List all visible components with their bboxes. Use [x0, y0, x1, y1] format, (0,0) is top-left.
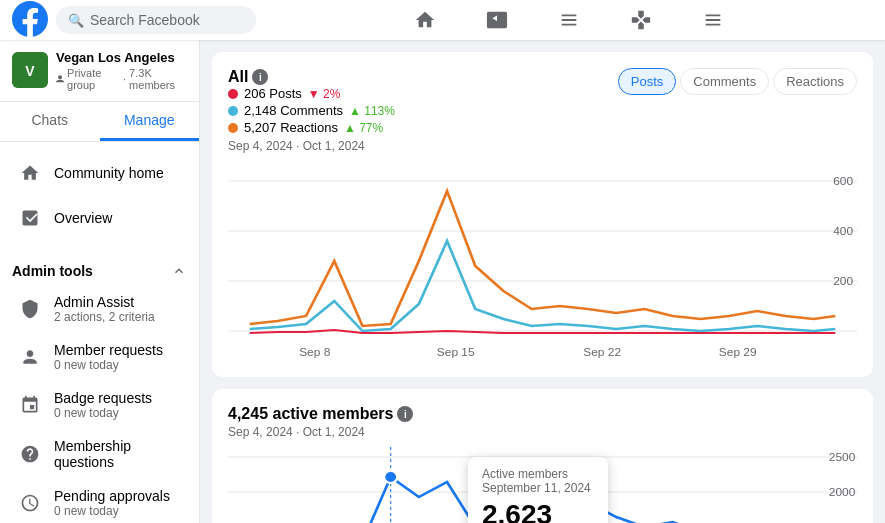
svg-text:2000: 2000 [829, 486, 856, 498]
svg-text:Sep 15: Sep 15 [437, 346, 475, 358]
nav-icons [264, 2, 873, 38]
stats-card: All i 206 Posts ▼ 2% 2,148 Comments ▲ 11… [212, 52, 873, 377]
reactions-filter-button[interactable]: Reactions [773, 68, 857, 95]
posts-dot [228, 89, 238, 99]
badge-icon [16, 391, 44, 419]
nav-gaming-button[interactable] [621, 2, 661, 38]
chart-icon [16, 204, 44, 232]
legend-reactions: 5,207 Reactions ▲ 77% [228, 120, 395, 135]
legend-posts: 206 Posts ▼ 2% [228, 86, 395, 101]
legend-comments: 2,148 Comments ▲ 113% [228, 103, 395, 118]
tab-chats[interactable]: Chats [0, 102, 100, 141]
search-text: Search Facebook [90, 12, 200, 28]
comments-dot [228, 106, 238, 116]
nav-marketplace-button[interactable] [549, 2, 589, 38]
info-icon: i [252, 69, 268, 85]
nav-member-requests[interactable]: Member requests 0 new today [4, 334, 195, 380]
nav-menu-button[interactable] [693, 2, 733, 38]
group-name: Vegan Los Angeles [56, 50, 187, 67]
nav-admin-assist[interactable]: Admin Assist 2 actions, 2 criteria [4, 286, 195, 332]
active-date-range: Sep 4, 2024 · Oct 1, 2024 [228, 425, 857, 439]
main-layout: V Vegan Los Angeles Private group · 7.3K… [0, 40, 885, 523]
nav-badge-requests[interactable]: Badge requests 0 new today [4, 382, 195, 428]
svg-text:200: 200 [833, 275, 853, 287]
question-icon [16, 440, 44, 468]
stats-header: All i 206 Posts ▼ 2% 2,148 Comments ▲ 11… [228, 68, 857, 153]
top-nav-items: Community home Overview [0, 142, 199, 249]
svg-text:Sep 22: Sep 22 [583, 346, 621, 358]
nav-membership-questions[interactable]: Membership questions [4, 430, 195, 478]
nav-video-button[interactable] [477, 2, 517, 38]
group-avatar: V [12, 52, 48, 88]
nav-overview[interactable]: Overview [4, 196, 195, 240]
admin-section-header: Admin tools [0, 257, 199, 285]
stats-chart: 600 400 200 Sep 8 Sep 15 Sep 22 Sep 29 [228, 161, 857, 361]
main-content: All i 206 Posts ▼ 2% 2,148 Comments ▲ 11… [200, 40, 885, 523]
group-meta: Private group · 7.3K members [56, 67, 187, 91]
reactions-dot [228, 123, 238, 133]
nav-community-home[interactable]: Community home [4, 151, 195, 195]
clock-icon [16, 489, 44, 517]
active-members-card: 4,245 active members i Sep 4, 2024 · Oct… [212, 389, 873, 523]
group-header: V Vegan Los Angeles Private group · 7.3K… [0, 40, 199, 102]
person-icon [16, 343, 44, 371]
home-icon [16, 159, 44, 187]
nav-home-button[interactable] [405, 2, 445, 38]
nav-pending-approvals[interactable]: Pending approvals 0 new today [4, 480, 195, 523]
svg-text:Sep 8: Sep 8 [299, 346, 330, 358]
svg-text:400: 400 [833, 225, 853, 237]
svg-text:2500: 2500 [829, 451, 856, 463]
stats-legends: 206 Posts ▼ 2% 2,148 Comments ▲ 113% 5,2… [228, 86, 395, 135]
sidebar-tabs: Chats Manage [0, 102, 199, 142]
stats-buttons: Posts Comments Reactions [618, 68, 857, 95]
comments-filter-button[interactable]: Comments [680, 68, 769, 95]
shield-icon [16, 295, 44, 323]
tab-manage[interactable]: Manage [100, 102, 200, 141]
active-members-info-icon: i [397, 406, 413, 422]
search-icon: 🔍 [68, 13, 84, 28]
group-info: Vegan Los Angeles Private group · 7.3K m… [56, 50, 187, 91]
active-members-title: 4,245 active members i [228, 405, 857, 423]
left-sidebar: V Vegan Los Angeles Private group · 7.3K… [0, 40, 200, 523]
fb-logo [12, 1, 48, 40]
active-members-chart: Active members September 11, 2024 2,623 … [228, 447, 857, 523]
svg-text:V: V [25, 63, 35, 79]
svg-text:600: 600 [833, 175, 853, 187]
active-members-tooltip: Active members September 11, 2024 2,623 [468, 457, 608, 523]
top-nav: 🔍 Search Facebook [0, 0, 885, 40]
search-bar[interactable]: 🔍 Search Facebook [56, 6, 256, 34]
svg-text:Sep 29: Sep 29 [719, 346, 757, 358]
posts-filter-button[interactable]: Posts [618, 68, 677, 95]
stats-date-range: Sep 4, 2024 · Oct 1, 2024 [228, 139, 395, 153]
svg-point-26 [384, 471, 397, 483]
